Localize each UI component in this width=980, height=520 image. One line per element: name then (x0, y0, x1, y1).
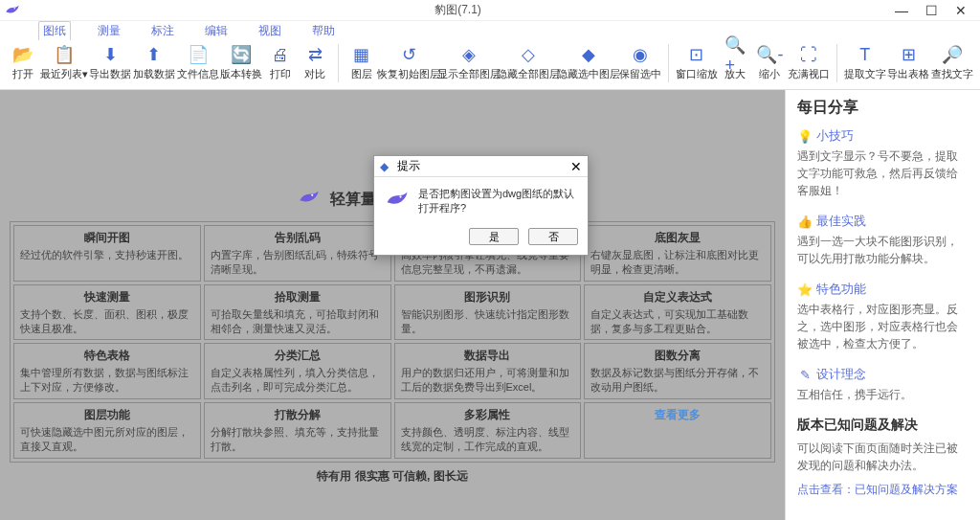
window-title: 豹图(7.1) (21, 2, 895, 18)
share-title: 设计理念 (816, 366, 866, 383)
svg-point-0 (14, 8, 16, 10)
toolbar-button-显示全部图层[interactable]: ◈显示全部图层 (439, 42, 500, 83)
share-title: 小技巧 (816, 127, 854, 145)
card-desc: 自定义表格属性列，填入分类信息，点击列名，即可完成分类汇总。 (211, 366, 385, 395)
share-title: 特色功能 (816, 281, 866, 298)
toolbar-label: 隐藏全部图层 (497, 67, 560, 81)
toolbar: 📂打开📋最近列表▾⬇导出数据⬆加载数据📄文件信息🔄版本转换🖨打印⇄对比▦图层↺恢… (0, 40, 980, 90)
card-title: 拾取测量 (211, 289, 385, 305)
最近列表▾-icon: 📋 (54, 44, 75, 65)
打开-icon: 📂 (12, 44, 33, 65)
toolbar-button-版本转换[interactable]: 🔄版本转换 (219, 42, 263, 83)
toolbar-label: 查找文字 (931, 67, 973, 81)
toolbar-button-充满视口[interactable]: ⛶充满视口 (787, 42, 831, 83)
issues-desc: 可以阅读下面页面随时关注已被发现的问题和解决办法。 (797, 440, 969, 474)
dialog-no-button[interactable]: 否 (528, 228, 578, 245)
toolbar-button-缩小[interactable]: 🔍-缩小 (752, 42, 787, 83)
显示全部图层-icon: ◈ (458, 44, 479, 65)
隐藏选中图层-icon: ◆ (578, 44, 599, 65)
feature-card[interactable]: 查看更多 (584, 402, 771, 459)
feature-card: 自定义表达式自定义表达式，可实现加工基础数据，复多与多工程更贴合。 (584, 284, 771, 341)
welcome-footer: 特有用 很实惠 可信赖, 图长远 (10, 463, 775, 490)
保留选中-icon: ◉ (630, 44, 651, 65)
toolbar-separator (836, 44, 837, 82)
toolbar-button-最近列表▾[interactable]: 📋最近列表▾ (40, 42, 88, 83)
card-desc: 支持颜色、透明度、标注内容、线型线宽的定制，工作完成的直观。 (401, 425, 575, 454)
toolbar-button-文件信息[interactable]: 📄文件信息 (176, 42, 220, 83)
toolbar-separator (338, 44, 339, 82)
share-item: 💡小技巧遇到文字显示？号不要急，提取文字功能可救急，然后再反馈给客服姐！ (797, 127, 969, 199)
menu-tab-3[interactable]: 编辑 (201, 22, 232, 40)
toolbar-button-导出表格[interactable]: ⊞导出表格 (887, 42, 931, 83)
放大-icon: 🔍+ (724, 44, 746, 65)
toolbar-label: 隐藏选中图层 (557, 67, 620, 81)
toolbar-button-加载数据[interactable]: ⬆加载数据 (132, 42, 176, 83)
toolbar-button-隐藏选中图层[interactable]: ◆隐藏选中图层 (559, 42, 619, 83)
toolbar-separator (668, 44, 669, 82)
feature-card: 快速测量支持个数、长度、面积、图积，极度快速且极准。 (13, 284, 201, 341)
card-title: 图层功能 (20, 407, 194, 423)
canvas-area: 轻算量快看图就用豹图! 瞬间开图经过优的软件引擎，支持秒速开图。告别乱码内置字库… (0, 90, 785, 520)
toolbar-button-图层[interactable]: ▦图层 (345, 42, 379, 83)
feature-card: 图层功能可快速隐藏选中图元所对应的图层，直接又直观。 (13, 402, 201, 459)
card-desc: 内置字库，告别图纸乱码，特殊符号清晰呈现。 (211, 248, 385, 277)
dialog-close-icon[interactable]: ✕ (570, 159, 582, 174)
menu-tab-1[interactable]: 测量 (94, 22, 124, 40)
feature-card: 告别乱码内置字库，告别图纸乱码，特殊符号清晰呈现。 (204, 225, 391, 282)
feature-card: 底图灰显右键灰显底图，让标注和底图对比更明显，检查更清晰。 (584, 225, 771, 282)
card-title: 特色表格 (20, 348, 194, 364)
toolbar-button-窗口缩放[interactable]: ⊡窗口缩放 (675, 42, 719, 83)
toolbar-label: 缩小 (759, 67, 780, 81)
toolbar-button-隐藏全部图层[interactable]: ◇隐藏全部图层 (499, 42, 559, 83)
dialog-message: 是否把豹图设置为dwg图纸的默认打开程序? (418, 187, 578, 216)
issues-title: 版本已知问题及解决 (797, 417, 969, 434)
card-title: 查看更多 (590, 407, 765, 423)
menu-tab-4[interactable]: 视图 (255, 22, 285, 40)
close-icon[interactable]: ✕ (955, 3, 967, 18)
toolbar-button-导出数据[interactable]: ⬇导出数据 (88, 42, 132, 83)
toolbar-label: 导出数据 (89, 67, 131, 81)
workspace: 轻算量快看图就用豹图! 瞬间开图经过优的软件引擎，支持秒速开图。告别乱码内置字库… (0, 90, 980, 520)
feature-card: 数据导出用户的数据归还用户，可将测量和加工后的数据免费导出到Excel。 (394, 343, 582, 399)
maximize-icon[interactable]: ☐ (925, 3, 938, 18)
card-desc: 可拾取矢量线和填充，可拾取封闭和相邻合，测量快速又灵活。 (211, 307, 385, 336)
toolbar-button-打印[interactable]: 🖨打印 (263, 42, 298, 83)
minimize-icon[interactable]: — (895, 3, 908, 18)
图层-icon: ▦ (351, 44, 372, 65)
share-icon: ✎ (797, 367, 813, 382)
share-item: ✎设计理念互相信任，携手远行。 (797, 366, 969, 403)
card-desc: 支持个数、长度、面积、图积，极度快速且极准。 (20, 307, 194, 336)
menu-tab-0[interactable]: 图纸 (38, 21, 71, 40)
menu-tab-5[interactable]: 帮助 (308, 22, 339, 40)
card-title: 打散分解 (211, 407, 385, 423)
对比-icon: ⇄ (304, 44, 325, 65)
share-icon: 👍 (797, 214, 813, 229)
dialog-yes-button[interactable]: 是 (469, 228, 519, 245)
card-desc: 集中管理所有数据，数据与图纸标注上下对应，方便修改。 (20, 366, 194, 395)
toolbar-label: 加载数据 (133, 67, 175, 81)
toolbar-label: 放大 (724, 67, 746, 81)
feature-card: 多彩属性支持颜色、透明度、标注内容、线型线宽的定制，工作完成的直观。 (394, 402, 582, 459)
toolbar-button-放大[interactable]: 🔍+放大 (718, 42, 752, 83)
share-desc: 选中表格行，对应图形亮显。反之，选中图形，对应表格行也会被选中，检查太方便了。 (797, 301, 969, 352)
card-desc: 数据及标记数据与图纸分开存储，不改动用户图纸。 (590, 366, 765, 395)
share-item: ⭐特色功能选中表格行，对应图形亮显。反之，选中图形，对应表格行也会被选中，检查太… (797, 281, 969, 352)
card-title: 瞬间开图 (20, 230, 194, 246)
prompt-dialog: ◆ 提示 ✕ 是否把豹图设置为dwg图纸的默认打开程序? 是 否 (373, 155, 589, 256)
card-title: 图形识别 (401, 289, 575, 305)
share-desc: 遇到一选一大块不能图形识别，可以先用打散功能分解块。 (797, 233, 969, 267)
toolbar-button-打开[interactable]: 📂打开 (6, 42, 40, 83)
menu-tab-2[interactable]: 标注 (147, 22, 178, 40)
card-title: 图数分离 (590, 348, 765, 364)
toolbar-button-对比[interactable]: ⇄对比 (298, 42, 332, 83)
toolbar-button-恢复初始图层[interactable]: ↺恢复初始图层 (379, 42, 439, 83)
card-title: 分类汇总 (211, 348, 385, 364)
card-title: 自定义表达式 (590, 289, 765, 305)
toolbar-button-查找文字[interactable]: 🔎查找文字 (930, 42, 974, 83)
feature-card: 图数分离数据及标记数据与图纸分开存储，不改动用户图纸。 (584, 343, 771, 399)
toolbar-button-提取文字[interactable]: T提取文字 (843, 42, 887, 83)
toolbar-button-保留选中[interactable]: ◉保留选中 (618, 42, 662, 83)
feature-card: 打散分解分解打散块参照、填充等，支持批量打散。 (204, 402, 391, 459)
issues-link[interactable]: 点击查看：已知问题及解决方案 (797, 482, 969, 498)
feature-card: 分类汇总自定义表格属性列，填入分类信息，点击列名，即可完成分类汇总。 (204, 343, 391, 399)
